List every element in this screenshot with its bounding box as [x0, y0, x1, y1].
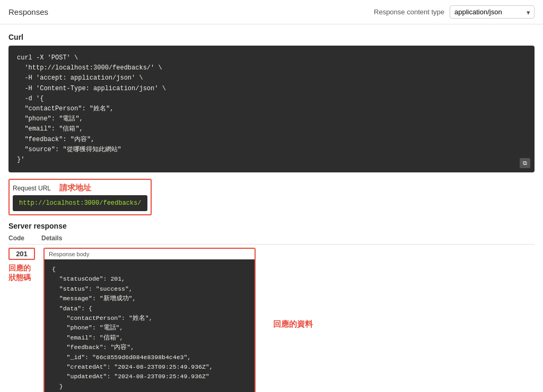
content-type-select-wrapper[interactable]: application/json: [450, 5, 535, 19]
response-body-code: { "statusCode": 201, "status": "success"…: [45, 259, 255, 392]
col-code-header: Code: [8, 234, 24, 242]
request-url-label: Request URL: [13, 185, 51, 192]
response-body-label: Response body: [45, 249, 255, 259]
response-body-box: Response body { "statusCode": 201, "stat…: [43, 248, 256, 392]
content-type-label: Response content type: [374, 8, 444, 16]
curl-copy-button[interactable]: ⧉: [520, 158, 530, 168]
main-content: Curl curl -X 'POST' \ 'http://localhost:…: [0, 24, 543, 392]
col-details-header: Details: [41, 234, 62, 242]
request-url-section: Request URL 請求地址 http://localhost:3000/f…: [8, 179, 152, 215]
top-bar: Responses Response content type applicat…: [0, 0, 543, 24]
content-type-select[interactable]: application/json: [450, 5, 535, 19]
content-type-area: Response content type application/json: [374, 5, 535, 19]
request-url-value: http://localhost:3000/feedbacks/: [13, 195, 147, 211]
status-code-annotation: 回應的 狀態碼: [8, 263, 31, 282]
request-url-label-row: Request URL 請求地址: [13, 183, 147, 193]
request-url-annotation: 請求地址: [59, 183, 91, 193]
server-response-section: Server response Code Details 201 回應的 狀態碼…: [8, 222, 535, 392]
page-title: Responses: [8, 7, 48, 16]
curl-section: Curl curl -X 'POST' \ 'http://localhost:…: [8, 33, 535, 172]
curl-title: Curl: [8, 33, 535, 41]
response-body-annotation: 回應的資料: [273, 319, 313, 329]
status-code-badge: 201: [8, 248, 35, 260]
curl-code: curl -X 'POST' \ 'http://localhost:3000/…: [17, 54, 166, 163]
curl-code-block: curl -X 'POST' \ 'http://localhost:3000/…: [8, 46, 535, 172]
server-response-title: Server response: [8, 222, 535, 230]
response-row: 201 回應的 狀態碼 Response body { "statusCode"…: [8, 248, 535, 392]
